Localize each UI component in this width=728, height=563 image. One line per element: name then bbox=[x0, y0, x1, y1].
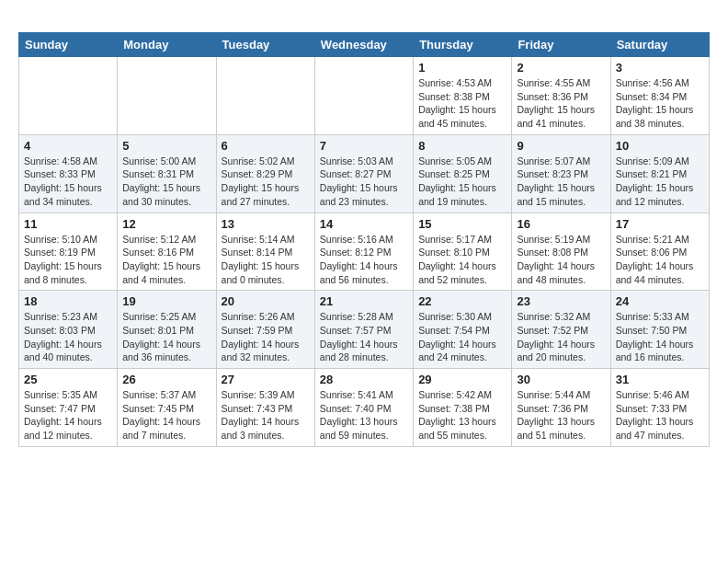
day-number: 6 bbox=[222, 139, 310, 153]
day-number: 17 bbox=[616, 217, 704, 231]
day-number: 14 bbox=[320, 217, 408, 231]
day-number: 2 bbox=[517, 61, 605, 75]
day-number: 1 bbox=[418, 61, 506, 75]
day-info: Sunrise: 5:35 AM Sunset: 7:47 PM Dayligh… bbox=[24, 388, 112, 442]
day-number: 26 bbox=[122, 373, 210, 386]
day-number: 29 bbox=[418, 373, 506, 386]
weekday-header-saturday: Saturday bbox=[610, 33, 709, 57]
weekday-header-monday: Monday bbox=[118, 33, 216, 57]
weekday-header-row: SundayMondayTuesdayWednesdayThursdayFrid… bbox=[19, 33, 710, 57]
calendar-cell: 12Sunrise: 5:12 AM Sunset: 8:16 PM Dayli… bbox=[118, 213, 216, 291]
day-number: 28 bbox=[320, 373, 408, 386]
day-info: Sunrise: 5:10 AM Sunset: 8:19 PM Dayligh… bbox=[24, 233, 112, 287]
day-number: 12 bbox=[122, 217, 210, 231]
calendar-cell: 9Sunrise: 5:07 AM Sunset: 8:23 PM Daylig… bbox=[512, 134, 610, 213]
day-number: 20 bbox=[222, 294, 310, 308]
day-info: Sunrise: 5:41 AM Sunset: 7:40 PM Dayligh… bbox=[320, 388, 408, 442]
calendar-cell bbox=[19, 57, 118, 135]
calendar-cell: 24Sunrise: 5:33 AM Sunset: 7:50 PM Dayli… bbox=[610, 291, 709, 369]
day-info: Sunrise: 4:53 AM Sunset: 8:38 PM Dayligh… bbox=[418, 76, 506, 131]
calendar-cell: 17Sunrise: 5:21 AM Sunset: 8:06 PM Dayli… bbox=[610, 213, 709, 291]
calendar-cell: 1Sunrise: 4:53 AM Sunset: 8:38 PM Daylig… bbox=[414, 57, 512, 135]
calendar-cell: 18Sunrise: 5:23 AM Sunset: 8:03 PM Dayli… bbox=[19, 291, 118, 369]
day-info: Sunrise: 5:12 AM Sunset: 8:16 PM Dayligh… bbox=[122, 233, 210, 287]
day-info: Sunrise: 5:33 AM Sunset: 7:50 PM Dayligh… bbox=[616, 310, 704, 364]
calendar-cell: 21Sunrise: 5:28 AM Sunset: 7:57 PM Dayli… bbox=[314, 291, 413, 369]
day-info: Sunrise: 5:42 AM Sunset: 7:38 PM Dayligh… bbox=[418, 388, 506, 442]
page-header bbox=[18, 18, 710, 23]
weekday-header-wednesday: Wednesday bbox=[314, 33, 413, 57]
day-number: 13 bbox=[222, 217, 310, 231]
calendar-cell: 10Sunrise: 5:09 AM Sunset: 8:21 PM Dayli… bbox=[610, 134, 709, 213]
day-number: 5 bbox=[122, 139, 210, 153]
day-info: Sunrise: 5:16 AM Sunset: 8:12 PM Dayligh… bbox=[320, 233, 408, 287]
day-info: Sunrise: 5:00 AM Sunset: 8:31 PM Dayligh… bbox=[122, 155, 210, 209]
day-info: Sunrise: 5:26 AM Sunset: 7:59 PM Dayligh… bbox=[222, 310, 310, 364]
calendar-cell: 22Sunrise: 5:30 AM Sunset: 7:54 PM Dayli… bbox=[414, 291, 512, 369]
calendar-cell: 13Sunrise: 5:14 AM Sunset: 8:14 PM Dayli… bbox=[216, 213, 314, 291]
calendar-week-row: 4Sunrise: 4:58 AM Sunset: 8:33 PM Daylig… bbox=[19, 134, 710, 213]
calendar-cell: 14Sunrise: 5:16 AM Sunset: 8:12 PM Dayli… bbox=[314, 213, 413, 291]
calendar-cell: 26Sunrise: 5:37 AM Sunset: 7:45 PM Dayli… bbox=[118, 369, 216, 447]
calendar-cell: 19Sunrise: 5:25 AM Sunset: 8:01 PM Dayli… bbox=[118, 291, 216, 369]
calendar-cell: 2Sunrise: 4:55 AM Sunset: 8:36 PM Daylig… bbox=[512, 57, 610, 135]
calendar-cell: 23Sunrise: 5:32 AM Sunset: 7:52 PM Dayli… bbox=[512, 291, 610, 369]
day-info: Sunrise: 5:05 AM Sunset: 8:25 PM Dayligh… bbox=[418, 155, 506, 209]
day-info: Sunrise: 5:25 AM Sunset: 8:01 PM Dayligh… bbox=[122, 310, 210, 364]
day-info: Sunrise: 5:30 AM Sunset: 7:54 PM Dayligh… bbox=[418, 310, 506, 364]
day-number: 10 bbox=[616, 139, 704, 153]
day-info: Sunrise: 5:46 AM Sunset: 7:33 PM Dayligh… bbox=[616, 388, 704, 442]
calendar-cell: 3Sunrise: 4:56 AM Sunset: 8:34 PM Daylig… bbox=[610, 57, 709, 135]
calendar-cell bbox=[118, 57, 216, 135]
calendar-week-row: 25Sunrise: 5:35 AM Sunset: 7:47 PM Dayli… bbox=[19, 369, 710, 447]
day-number: 4 bbox=[24, 139, 112, 153]
day-number: 31 bbox=[616, 373, 704, 386]
day-number: 24 bbox=[616, 294, 704, 308]
day-number: 18 bbox=[24, 294, 112, 308]
calendar-cell: 30Sunrise: 5:44 AM Sunset: 7:36 PM Dayli… bbox=[512, 369, 610, 447]
day-number: 22 bbox=[418, 294, 506, 308]
calendar-cell bbox=[314, 57, 413, 135]
day-info: Sunrise: 5:28 AM Sunset: 7:57 PM Dayligh… bbox=[320, 310, 408, 364]
day-number: 7 bbox=[320, 139, 408, 153]
day-number: 27 bbox=[222, 373, 310, 386]
calendar-table: SundayMondayTuesdayWednesdayThursdayFrid… bbox=[18, 32, 710, 447]
day-info: Sunrise: 5:39 AM Sunset: 7:43 PM Dayligh… bbox=[222, 388, 310, 442]
calendar-cell: 15Sunrise: 5:17 AM Sunset: 8:10 PM Dayli… bbox=[414, 213, 512, 291]
day-info: Sunrise: 5:14 AM Sunset: 8:14 PM Dayligh… bbox=[222, 233, 310, 287]
weekday-header-thursday: Thursday bbox=[414, 33, 512, 57]
weekday-header-tuesday: Tuesday bbox=[216, 33, 314, 57]
day-info: Sunrise: 5:23 AM Sunset: 8:03 PM Dayligh… bbox=[24, 310, 112, 364]
calendar-cell bbox=[216, 57, 314, 135]
calendar-cell: 7Sunrise: 5:03 AM Sunset: 8:27 PM Daylig… bbox=[314, 134, 413, 213]
day-number: 21 bbox=[320, 294, 408, 308]
day-number: 25 bbox=[24, 373, 112, 386]
calendar-cell: 20Sunrise: 5:26 AM Sunset: 7:59 PM Dayli… bbox=[216, 291, 314, 369]
calendar-cell: 16Sunrise: 5:19 AM Sunset: 8:08 PM Dayli… bbox=[512, 213, 610, 291]
day-number: 11 bbox=[24, 217, 112, 231]
calendar-cell: 6Sunrise: 5:02 AM Sunset: 8:29 PM Daylig… bbox=[216, 134, 314, 213]
day-info: Sunrise: 4:58 AM Sunset: 8:33 PM Dayligh… bbox=[24, 155, 112, 209]
calendar-week-row: 11Sunrise: 5:10 AM Sunset: 8:19 PM Dayli… bbox=[19, 213, 710, 291]
calendar-week-row: 18Sunrise: 5:23 AM Sunset: 8:03 PM Dayli… bbox=[19, 291, 710, 369]
day-info: Sunrise: 5:19 AM Sunset: 8:08 PM Dayligh… bbox=[517, 233, 605, 287]
calendar-cell: 27Sunrise: 5:39 AM Sunset: 7:43 PM Dayli… bbox=[216, 369, 314, 447]
day-number: 8 bbox=[418, 139, 506, 153]
day-number: 30 bbox=[517, 373, 605, 386]
day-info: Sunrise: 5:32 AM Sunset: 7:52 PM Dayligh… bbox=[517, 310, 605, 364]
calendar-cell: 8Sunrise: 5:05 AM Sunset: 8:25 PM Daylig… bbox=[414, 134, 512, 213]
calendar-cell: 29Sunrise: 5:42 AM Sunset: 7:38 PM Dayli… bbox=[414, 369, 512, 447]
day-number: 15 bbox=[418, 217, 506, 231]
day-info: Sunrise: 4:56 AM Sunset: 8:34 PM Dayligh… bbox=[616, 76, 704, 131]
calendar-cell: 25Sunrise: 5:35 AM Sunset: 7:47 PM Dayli… bbox=[19, 369, 118, 447]
day-number: 16 bbox=[517, 217, 605, 231]
weekday-header-friday: Friday bbox=[512, 33, 610, 57]
day-info: Sunrise: 4:55 AM Sunset: 8:36 PM Dayligh… bbox=[517, 76, 605, 131]
weekday-header-sunday: Sunday bbox=[19, 33, 118, 57]
day-info: Sunrise: 5:21 AM Sunset: 8:06 PM Dayligh… bbox=[616, 233, 704, 287]
calendar-week-row: 1Sunrise: 4:53 AM Sunset: 8:38 PM Daylig… bbox=[19, 57, 710, 135]
day-info: Sunrise: 5:17 AM Sunset: 8:10 PM Dayligh… bbox=[418, 233, 506, 287]
day-info: Sunrise: 5:44 AM Sunset: 7:36 PM Dayligh… bbox=[517, 388, 605, 442]
calendar-cell: 28Sunrise: 5:41 AM Sunset: 7:40 PM Dayli… bbox=[314, 369, 413, 447]
day-number: 3 bbox=[616, 61, 704, 75]
